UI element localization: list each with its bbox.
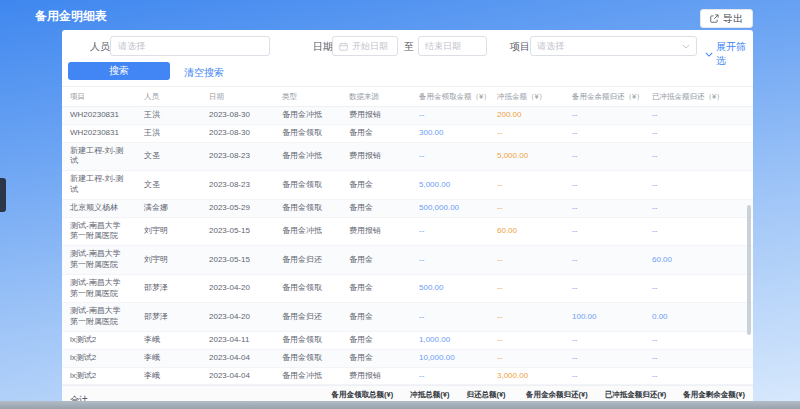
cell-offset-return: --: [644, 367, 753, 385]
cell-project: 测试-南昌大学第一附属医院: [62, 217, 136, 246]
cell-type: 备用金领取: [274, 349, 341, 367]
export-button[interactable]: 导出: [700, 9, 753, 28]
drawer-handle[interactable]: [0, 178, 6, 212]
cell-offset-return: --: [644, 124, 753, 142]
data-table-wrap: 项目人员日期类型数据来源备用金领取金额（¥）冲抵金额（¥）备用金余额归还（¥）已…: [62, 87, 753, 385]
column-header: 日期: [201, 87, 274, 107]
cell-received: --: [411, 217, 489, 246]
cell-balance-return: --: [564, 107, 644, 125]
cell-received: 500,000.00: [411, 199, 489, 217]
date-end-input[interactable]: 结束日期: [418, 36, 487, 56]
cell-source: 费用报销: [341, 367, 411, 385]
table-row: 测试-南昌大学第一附属医院刘宇明2023-05-15备用金冲抵费用报销--60.…: [62, 217, 753, 246]
table-row: 北京顺义杨林满金娜2023-05-29备用金领取备用金500,000.00---…: [62, 199, 753, 217]
cell-received: 5,000.00: [411, 171, 489, 200]
cell-person: 王洪: [136, 124, 201, 142]
cell-received: --: [411, 367, 489, 385]
column-header: 类型: [274, 87, 341, 107]
cell-type: 备用金冲抵: [274, 217, 341, 246]
cell-source: 备用金: [341, 303, 411, 332]
cell-offset: --: [489, 274, 564, 303]
cell-date: 2023-04-11: [201, 331, 274, 349]
clear-search-link[interactable]: 清空搜索: [184, 66, 224, 80]
cell-balance-return: 100.00: [564, 303, 644, 332]
cell-balance-return: --: [564, 217, 644, 246]
summary-stat-label: 备用金领取总额(¥): [332, 390, 394, 400]
date-filter-label: 日期: [313, 40, 333, 54]
cell-date: 2023-08-30: [201, 107, 274, 125]
content-panel: 人员 日期 开始日期 至 结束日期 项目 请选择 展开筛选 搜索 清空搜索: [62, 30, 753, 395]
table-row: 测试-南昌大学第一附属医院邵梦泽2023-04-20备用金归还备用金----10…: [62, 303, 753, 332]
project-filter-select[interactable]: 请选择: [530, 36, 697, 56]
cell-person: 满金娜: [136, 199, 201, 217]
export-label: 导出: [723, 12, 743, 26]
summary-stat-label: 备用金剩余金额(¥): [683, 390, 745, 400]
date-start-input[interactable]: 开始日期: [332, 36, 398, 56]
cell-date: 2023-04-20: [201, 274, 274, 303]
table-row: WH20230831王洪2023-08-30备用金冲抵费用报销--200.00-…: [62, 107, 753, 125]
cell-project: 测试-南昌大学第一附属医院: [62, 246, 136, 275]
cell-person: 文圣: [136, 171, 201, 200]
table-row: WH20230831王洪2023-08-30备用金领取备用金300.00----…: [62, 124, 753, 142]
cell-person: 邵梦泽: [136, 303, 201, 332]
table-row: 测试-南昌大学第一附属医院邵梦泽2023-04-20备用金领取备用金500.00…: [62, 274, 753, 303]
cell-project: 新建工程-刘-测试: [62, 171, 136, 200]
chevron-down-icon: [705, 52, 713, 57]
cell-person: 李峨: [136, 367, 201, 385]
cell-source: 费用报销: [341, 107, 411, 125]
cell-received: 300.00: [411, 124, 489, 142]
cell-type: 备用金领取: [274, 274, 341, 303]
cell-received: 10,000.00: [411, 349, 489, 367]
cell-offset: --: [489, 303, 564, 332]
cell-offset: 3,000.00: [489, 367, 564, 385]
cell-type: 备用金领取: [274, 199, 341, 217]
column-header: 已冲抵金额归还（¥）: [644, 87, 753, 107]
cell-offset: --: [489, 331, 564, 349]
page-title: 备用金明细表: [35, 8, 107, 25]
table-row: 新建工程-刘-测试文圣2023-08-23备用金冲抵费用报销--5,000.00…: [62, 142, 753, 171]
cell-person: 邵梦泽: [136, 274, 201, 303]
cell-source: 备用金: [341, 171, 411, 200]
person-filter-input[interactable]: [110, 36, 270, 56]
search-button[interactable]: 搜索: [68, 62, 170, 80]
cell-offset: --: [489, 349, 564, 367]
cell-balance-return: --: [564, 331, 644, 349]
column-header: 数据来源: [341, 87, 411, 107]
table-header-row: 项目人员日期类型数据来源备用金领取金额（¥）冲抵金额（¥）备用金余额归还（¥）已…: [62, 87, 753, 107]
table-row: lx测试2李峨2023-04-04备用金领取备用金10,000.00------: [62, 349, 753, 367]
cell-type: 备用金冲抵: [274, 142, 341, 171]
cell-balance-return: --: [564, 274, 644, 303]
cell-project: WH20230831: [62, 124, 136, 142]
vertical-scrollbar[interactable]: [747, 205, 751, 335]
cell-type: 备用金冲抵: [274, 367, 341, 385]
cell-balance-return: --: [564, 367, 644, 385]
date-end-placeholder: 结束日期: [425, 40, 461, 53]
cell-type: 备用金领取: [274, 171, 341, 200]
cell-offset: --: [489, 246, 564, 275]
column-header: 备用金余额归还（¥）: [564, 87, 644, 107]
cell-project: lx测试2: [62, 349, 136, 367]
cell-type: 备用金领取: [274, 124, 341, 142]
cell-date: 2023-05-29: [201, 199, 274, 217]
bottom-edge-strip: [0, 401, 800, 409]
cell-source: 备用金: [341, 274, 411, 303]
column-header: 备用金领取金额（¥）: [411, 87, 489, 107]
cell-date: 2023-04-04: [201, 349, 274, 367]
cell-offset: --: [489, 171, 564, 200]
expand-filters-link[interactable]: 展开筛选: [705, 40, 753, 68]
export-icon: [710, 14, 719, 23]
cell-balance-return: --: [564, 124, 644, 142]
cell-offset-return: --: [644, 171, 753, 200]
cell-balance-return: --: [564, 142, 644, 171]
cell-source: 费用报销: [341, 142, 411, 171]
cell-received: --: [411, 303, 489, 332]
summary-stat-label: 冲抵总额(¥): [410, 390, 449, 400]
calendar-icon: [339, 42, 348, 51]
project-filter-label: 项目: [510, 40, 530, 54]
cell-project: 新建工程-刘-测试: [62, 142, 136, 171]
cell-offset: --: [489, 124, 564, 142]
cell-date: 2023-04-20: [201, 303, 274, 332]
cell-project: WH20230831: [62, 107, 136, 125]
cell-offset-return: --: [644, 349, 753, 367]
cell-date: 2023-08-23: [201, 171, 274, 200]
